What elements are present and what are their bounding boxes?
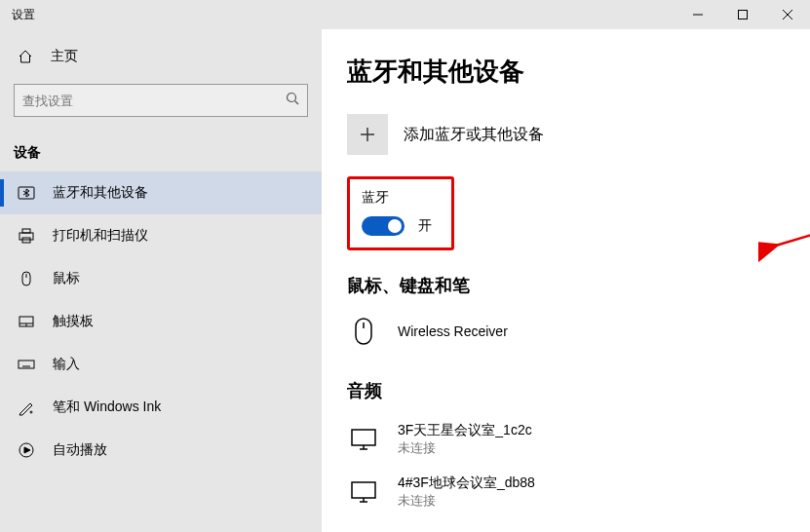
device-name: 3F天王星会议室_1c2c	[398, 422, 532, 439]
sidebar-item-autoplay[interactable]: 自动播放	[0, 429, 322, 472]
svg-rect-25	[356, 319, 371, 344]
sidebar-item-label: 输入	[53, 356, 80, 373]
audio-device-1[interactable]: 4#3F地球会议室_db88未连接	[347, 469, 785, 521]
svg-rect-7	[19, 233, 33, 240]
device-name: Wireless Receiver	[398, 323, 508, 339]
add-device-button[interactable]: 添加蓝牙或其他设备	[347, 114, 785, 155]
sidebar-item-printer[interactable]: 打印机和扫描仪	[0, 214, 322, 257]
plus-icon	[347, 114, 388, 155]
mouse-icon	[18, 270, 35, 287]
category-label: 设备	[0, 131, 322, 171]
home-link[interactable]: 主页	[0, 35, 322, 78]
content: 蓝牙和其他设备 添加蓝牙或其他设备 蓝牙 开 鼠标、键盘和笔 Wireless …	[322, 29, 810, 532]
monitor-icon	[347, 477, 380, 507]
svg-rect-8	[22, 229, 30, 233]
sidebar: 主页 设备 蓝牙和其他设备打印机和扫描仪鼠标触摸板输入笔和 Windows In…	[0, 29, 322, 532]
svg-point-4	[288, 94, 296, 102]
sidebar-item-mouse[interactable]: 鼠标	[0, 257, 322, 300]
sidebar-item-bluetooth[interactable]: 蓝牙和其他设备	[0, 171, 322, 214]
search-icon	[286, 92, 299, 109]
sidebar-item-label: 蓝牙和其他设备	[53, 184, 148, 202]
device-name: 4#3F地球会议室_db88	[398, 475, 535, 492]
bluetooth-label: 蓝牙	[362, 189, 432, 207]
svg-rect-15	[19, 361, 34, 368]
minimize-button[interactable]	[675, 0, 720, 29]
toggle-state-label: 开	[418, 217, 432, 235]
search-input-wrap[interactable]	[14, 84, 308, 117]
mouse-section-title: 鼠标、键盘和笔	[347, 274, 785, 297]
svg-marker-22	[24, 447, 30, 453]
device-wireless-receiver[interactable]: Wireless Receiver	[347, 311, 785, 358]
pen-icon	[18, 399, 35, 416]
device-status: 未连接	[398, 492, 535, 510]
svg-line-5	[295, 101, 299, 105]
sidebar-item-label: 鼠标	[53, 270, 80, 287]
svg-point-20	[30, 411, 32, 413]
sidebar-item-touchpad[interactable]: 触摸板	[0, 300, 322, 343]
audio-device-0[interactable]: 3F天王星会议室_1c2c未连接	[347, 416, 785, 469]
sidebar-item-keyboard[interactable]: 输入	[0, 343, 322, 386]
sidebar-item-label: 触摸板	[53, 313, 94, 330]
home-icon	[18, 49, 33, 64]
monitor-icon	[347, 425, 380, 454]
svg-rect-27	[352, 430, 375, 445]
page-title: 蓝牙和其他设备	[347, 55, 785, 89]
bluetooth-highlight-box: 蓝牙 开	[347, 176, 454, 250]
close-button[interactable]	[765, 0, 810, 29]
audio-section-title: 音频	[347, 379, 785, 402]
sidebar-item-label: 打印机和扫描仪	[53, 227, 148, 245]
printer-icon	[18, 227, 35, 245]
svg-rect-1	[739, 11, 748, 19]
autoplay-icon	[18, 441, 35, 459]
keyboard-icon	[18, 356, 35, 373]
mouse-icon	[347, 317, 380, 346]
bluetooth-toggle[interactable]	[362, 216, 405, 236]
home-label: 主页	[51, 48, 78, 65]
titlebar: 设置	[0, 0, 810, 29]
touchpad-icon	[18, 313, 35, 330]
bluetooth-icon	[18, 184, 35, 202]
svg-line-34	[776, 200, 810, 246]
sidebar-item-pen[interactable]: 笔和 Windows Ink	[0, 386, 322, 429]
window-title: 设置	[0, 7, 35, 23]
maximize-button[interactable]	[720, 0, 765, 29]
search-input[interactable]	[22, 94, 286, 108]
window-controls	[675, 0, 810, 29]
sidebar-item-label: 自动播放	[53, 441, 107, 459]
sidebar-item-label: 笔和 Windows Ink	[53, 399, 161, 416]
annotation-arrow	[758, 195, 810, 263]
device-status: 未连接	[398, 439, 532, 457]
add-device-label: 添加蓝牙或其他设备	[404, 125, 544, 145]
svg-rect-30	[352, 482, 375, 498]
